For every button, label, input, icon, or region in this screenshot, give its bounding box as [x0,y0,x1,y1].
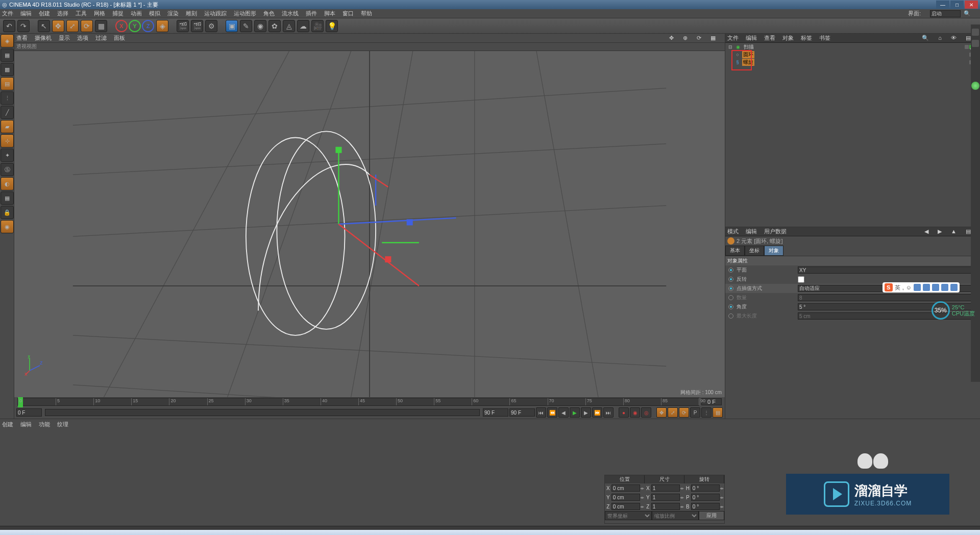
spline-button[interactable]: ✎ [240,20,252,32]
rotate-tool[interactable]: ⟳ [81,20,93,32]
mm-menu-edit[interactable]: 编辑 [20,421,32,428]
vp-menu-camera[interactable]: 摄像机 [35,34,52,42]
menu-edit[interactable]: 编辑 [20,10,32,17]
param-key-button[interactable]: P [690,407,700,418]
select-tool[interactable]: ↖ [38,20,50,32]
next-frame-button[interactable]: ▶ [581,407,591,418]
menu-sculpt[interactable]: 雕刻 [186,10,197,17]
ime-grid-icon[interactable] [923,284,930,291]
ime-emoji-icon[interactable]: ☺ [906,284,912,290]
tab-basic[interactable]: 基本 [725,246,745,256]
ime-menu-icon[interactable] [950,284,958,291]
ime-punct-icon[interactable]: , [902,284,904,290]
ime-keyboard-icon[interactable] [914,284,921,291]
am-menu-icon[interactable]: ▤ [966,228,971,235]
goto-start-button[interactable]: ⏮ [536,407,546,418]
om-menu-view[interactable]: 查看 [764,34,775,42]
tab-object[interactable]: 对象 [764,246,783,256]
am-fwd-icon[interactable]: ▶ [938,228,942,235]
am-menu-userdata[interactable]: 用户数据 [764,228,787,235]
vp-nav-icon[interactable]: ✥ [669,35,674,41]
menu-motiontrack[interactable]: 运动跟踪 [204,10,227,17]
coord-size-field[interactable] [651,484,680,492]
om-menu-file[interactable]: 文件 [727,34,739,42]
menu-script[interactable]: 脚本 [324,10,335,17]
minimize-button[interactable]: — [936,1,949,9]
tweak-button[interactable]: ✦ [1,149,14,162]
undo-button[interactable]: ↶ [3,20,15,32]
timeline[interactable]: 051015202530354045505560657075808590 0 F [14,397,725,406]
menu-plugins[interactable]: 插件 [306,10,317,17]
viewport-solo-button[interactable]: ▦ [1,191,14,205]
dock-status-icon[interactable] [971,82,979,90]
vp-rotate-icon[interactable]: ⟳ [697,35,701,41]
coord-size-field[interactable] [651,503,680,510]
ime-toolbar[interactable]: S 英 , ☺ [883,282,960,293]
expand-icon[interactable]: ⊟ [727,44,733,50]
prev-key-button[interactable]: ⏪ [547,407,557,418]
light-button[interactable]: 💡 [326,20,338,32]
frame-end-field[interactable] [509,408,535,417]
play-button[interactable]: ▶ [570,407,580,418]
frame-mid-field[interactable] [483,408,508,417]
next-key-button[interactable]: ⏩ [592,407,602,418]
record-key-button[interactable]: ● [619,407,629,418]
om-search-icon[interactable]: 🔍 [922,35,929,41]
coord-rot-field[interactable] [691,484,720,492]
coord-size-field[interactable] [651,494,680,501]
pos-key-button[interactable]: ✥ [656,407,667,418]
temperature-widget[interactable]: 35% 25°C CPU温度 [932,301,975,320]
redo-button[interactable]: ↷ [17,20,30,32]
misc-button[interactable]: ◉ [1,220,14,233]
menu-pipeline[interactable]: 流水线 [282,10,299,17]
am-menu-edit[interactable]: 编辑 [746,228,757,235]
close-button[interactable]: ✕ [965,1,978,9]
make-editable-button[interactable]: ◈ [1,34,14,47]
autokey-button[interactable]: ◉ [630,407,640,418]
reverse-checkbox[interactable] [798,276,804,283]
reverse-radio[interactable] [728,277,733,282]
mm-menu-create[interactable]: 创建 [2,421,13,428]
scale-key-button[interactable]: ⤢ [668,407,678,418]
model-mode-button[interactable]: ▦ [1,48,14,62]
om-menu-objects[interactable]: 对象 [782,34,794,42]
menu-animate[interactable]: 动画 [131,10,142,17]
point-mode-button[interactable]: ⋮ [1,91,14,105]
ime-lang[interactable]: 英 [895,284,900,291]
last-tool[interactable]: ▦ [95,20,107,32]
coord-system-tool[interactable]: ◈ [156,20,168,32]
am-back-icon[interactable]: ◀ [924,228,928,235]
plane-radio[interactable] [728,268,733,273]
vp-menu-filter[interactable]: 过滤 [95,34,107,42]
prev-frame-button[interactable]: ◀ [558,407,569,418]
lock-button[interactable]: 🔒 [1,206,14,219]
menu-snap[interactable]: 捕捉 [112,10,124,17]
generator2-button[interactable]: ✿ [268,20,281,32]
vp-menu-display[interactable]: 显示 [59,34,70,42]
coord-space-select[interactable]: 世界坐标 [605,511,652,520]
om-menu-bookmarks[interactable]: 书签 [819,34,830,42]
dock-icon[interactable] [972,29,979,36]
coord-pos-field[interactable] [611,503,640,510]
search-icon[interactable]: 🔍 [964,10,971,17]
menu-create[interactable]: 创建 [39,10,50,17]
menu-file[interactable]: 文件 [2,10,13,17]
tree-label[interactable]: 扫描 [743,43,755,51]
object-tree[interactable]: ⊟ ◉ 扫描 ✓✓ ○ 圆环 ✓ § 螺旋 ✓ [725,43,980,227]
am-up-icon[interactable]: ▲ [951,228,957,235]
menu-tools[interactable]: 工具 [76,10,87,17]
polygon-mode-button[interactable]: ▰ [1,120,14,133]
keyframe-sel-button[interactable]: ◎ [641,407,651,418]
coord-scale-select[interactable]: 缩放比例 [652,511,699,520]
layout-dropdown[interactable] [930,10,961,17]
tree-label[interactable]: 螺旋 [742,59,754,66]
menu-mesh[interactable]: 网格 [94,10,105,17]
coord-rot-field[interactable] [691,494,720,501]
menu-help[interactable]: 帮助 [361,10,372,17]
axis-x-lock[interactable]: X [115,20,128,32]
rot-key-button[interactable]: ⟳ [679,407,689,418]
coord-apply-button[interactable]: 应用 [699,511,724,520]
vp-zoom-icon[interactable]: ⊕ [683,35,688,41]
tree-label[interactable]: 圆环 [742,51,754,58]
primitive-button[interactable]: ▣ [226,20,238,32]
